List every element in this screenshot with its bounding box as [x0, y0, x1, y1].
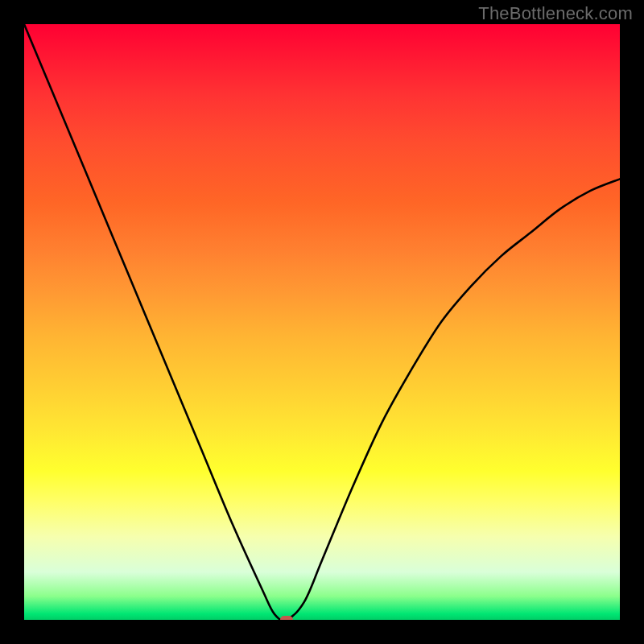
plot-area — [24, 24, 620, 620]
chart-frame: TheBottleneck.com — [0, 0, 644, 644]
watermark-text: TheBottleneck.com — [478, 3, 633, 24]
optimum-marker — [280, 616, 293, 620]
bottleneck-curve — [24, 24, 620, 620]
